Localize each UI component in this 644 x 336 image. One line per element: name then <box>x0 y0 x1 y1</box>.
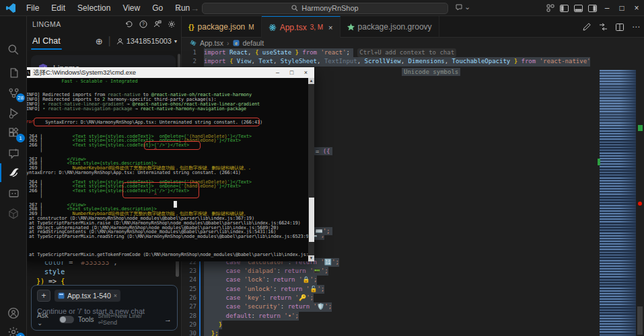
scrollbar-added-marker <box>638 125 643 131</box>
sidebar-title: LINGMA <box>32 20 125 28</box>
vscode-logo <box>5 3 16 13</box>
terminal-line <box>24 239 308 244</box>
toggle-secondary-sidebar-icon[interactable] <box>585 0 600 16</box>
menu-edit[interactable]: Edit <box>46 2 70 14</box>
scroll-up-icon[interactable]: ▲ <box>308 78 314 84</box>
minimap-added-marker <box>598 159 600 165</box>
code-line: 1import React, { useState } from 'react'… <box>182 48 590 57</box>
cmd-output[interactable]: error Fast - Scalable - Integrated [INFO… <box>20 78 314 261</box>
terminal-line <box>24 244 308 249</box>
window-maximize-button[interactable]: □ <box>614 0 629 16</box>
tab-app-tsx[interactable]: App.tsx3, M × <box>262 16 341 38</box>
breadcrumb[interactable]: App.tsx › e default <box>182 38 644 48</box>
terminal-line <box>24 112 308 116</box>
menu-go[interactable]: Go <box>147 2 168 14</box>
open-changes-icon[interactable] <box>599 23 608 31</box>
account-menu[interactable]: 13418515003 ▾ <box>116 37 177 45</box>
add-context-button[interactable]: + <box>37 290 50 302</box>
nav-forward-icon[interactable]: → <box>190 3 199 13</box>
mode-selector[interactable]: Ask ⌄ <box>37 312 55 327</box>
activity-search[interactable] <box>0 40 27 59</box>
inline-hint: Ctrl+U add context to chat <box>357 48 456 57</box>
activity-remote-explorer[interactable] <box>0 184 27 203</box>
menu-selection[interactable]: Selection <box>73 2 115 14</box>
json-braces-icon: {} <box>188 23 194 31</box>
menu-file[interactable]: File <box>22 2 44 14</box>
copilot-chat-button[interactable]: ⌄ <box>455 3 470 11</box>
title-bar: FileEditSelectionViewGoRun⋯ ← → HarmonyR… <box>0 0 644 16</box>
activity-chat[interactable] <box>0 144 27 163</box>
settings-badge: 1 <box>16 333 25 336</box>
chat-input-card[interactable]: + App.tsx 1-540 × Continue or '/' to sta… <box>31 285 178 331</box>
tab-bar: {} package.jsonM App.tsx3, M × package.j… <box>182 16 644 38</box>
activity-lingma[interactable] <box>0 163 27 182</box>
cmd-minimize-button[interactable]: – <box>272 69 283 76</box>
activity-accounts[interactable] <box>0 304 27 323</box>
toggle-panel-icon[interactable] <box>571 0 585 16</box>
react-icon-small <box>190 40 196 46</box>
activity-run-debug[interactable] <box>0 103 27 122</box>
cmd-close-button[interactable]: × <box>300 69 312 76</box>
chevron-down-icon: ▾ <box>174 38 177 44</box>
activity-settings[interactable]: 1 <box>0 323 27 336</box>
window-close-button[interactable]: × <box>629 0 644 16</box>
code-line: 27 case 'security': return '🛡️'; <box>182 302 339 311</box>
menu-view[interactable]: View <box>118 2 145 14</box>
cmd-title-text: 选择C:\Windows\System32\cmd.exe <box>33 69 269 77</box>
send-button[interactable]: → <box>164 315 172 323</box>
cmd-scrollbar[interactable]: ▲ ▼ <box>308 78 314 261</box>
split-editor-icon[interactable] <box>616 24 624 31</box>
snippet-scrollbar[interactable] <box>176 259 179 277</box>
new-chat-icon[interactable]: ⊕ <box>96 36 103 46</box>
history-icon[interactable] <box>125 20 133 28</box>
activity-bar: 28 1 1 <box>0 16 27 336</box>
code-line: 28 default: return '•'; <box>182 312 339 321</box>
editor-scrollbar[interactable] <box>636 38 644 336</box>
code-fragment: Unicode symbols <box>402 68 460 76</box>
scrollbar-error-marker <box>638 202 642 206</box>
settings-gear-icon[interactable] <box>168 20 176 28</box>
activity-extensions[interactable]: 1 <box>0 124 27 142</box>
terminal-line: Fast - Scalable - Integrated <box>24 79 308 84</box>
more-actions-icon[interactable]: ⋯ <box>632 22 640 32</box>
breadcrumb-symbol[interactable]: default <box>243 39 264 47</box>
chat-code-snippet: color = '#333333', style}) => { <box>36 258 175 286</box>
snippet-line: style <box>36 267 175 277</box>
error-highlight-box-2 <box>144 141 201 150</box>
help-icon[interactable]: ? <box>139 20 147 28</box>
account-id: 13418515003 <box>127 37 172 45</box>
terminal-line: [INFO] • react-native-navigation-package… <box>24 107 308 112</box>
terminal-line: at TypeScriptParserMixin.getTokenFromCod… <box>24 253 308 257</box>
user-icon <box>116 38 124 45</box>
window-minimize-button[interactable]: – <box>600 0 614 16</box>
terminal-line <box>24 84 308 89</box>
file-context-icon <box>58 292 65 299</box>
command-center-search[interactable]: HarmonyRnShop <box>202 3 448 14</box>
search-icon <box>291 5 298 11</box>
tab-package-json[interactable]: {} package.jsonM <box>182 16 262 38</box>
cmd-window[interactable]: C:\ 选择C:\Windows\System32\cmd.exe – □ × … <box>20 67 314 261</box>
chip-close-icon[interactable]: × <box>114 292 117 299</box>
cmd-scroll-thumb[interactable] <box>309 198 314 242</box>
activity-source-control[interactable]: 28 <box>0 83 27 102</box>
minimap[interactable] <box>600 70 636 336</box>
cmd-title-bar[interactable]: C:\ 选择C:\Windows\System32\cmd.exe – □ × <box>20 67 314 78</box>
cmd-maximize-button[interactable]: □ <box>286 69 297 76</box>
terminal-line: at TypeScriptParserMixin.readString (D:\… <box>24 235 308 239</box>
tab-package-json-groovy[interactable]: package.json.groovy <box>341 16 439 38</box>
toggle-sidebar-icon[interactable] <box>557 0 571 16</box>
scroll-down-icon[interactable]: ▼ <box>308 255 314 261</box>
tab-ai-chat[interactable]: AI Chat <box>31 36 62 46</box>
edit-pencil-icon[interactable] <box>583 23 591 31</box>
context-chip[interactable]: App.tsx 1-540 × <box>55 290 120 302</box>
tab-close-icon[interactable]: × <box>328 24 332 32</box>
nav-back-icon[interactable]: ← <box>175 3 184 13</box>
breadcrumb-file[interactable]: App.tsx <box>200 39 223 47</box>
tools-toggle[interactable] <box>59 316 74 323</box>
customize-layout-icon[interactable] <box>543 0 557 16</box>
activity-package[interactable] <box>0 204 27 223</box>
activity-explorer[interactable] <box>0 63 27 82</box>
share-user-icon[interactable] <box>153 20 162 28</box>
scrollbar-thumb[interactable] <box>637 306 643 335</box>
svg-text:e: e <box>235 41 238 46</box>
